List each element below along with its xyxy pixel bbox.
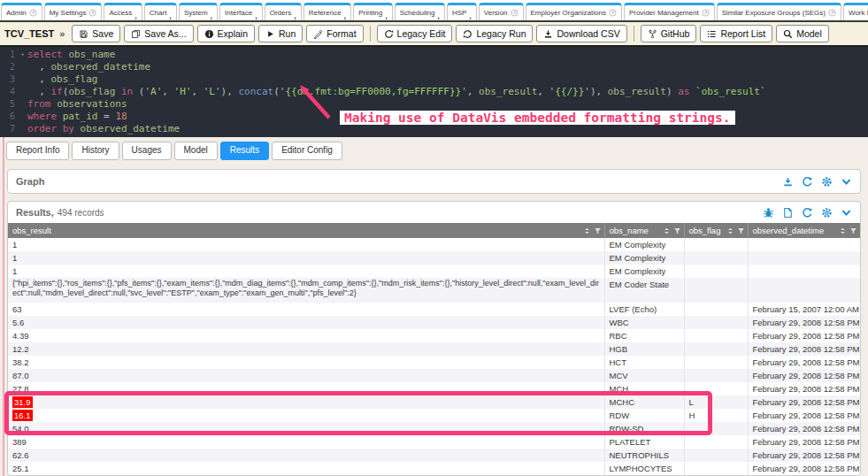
refresh-icon[interactable]: [802, 176, 813, 188]
fold-gutter: [18, 86, 27, 98]
nav-tab-label: Similar Exposure Groups (SEGs): [722, 9, 826, 17]
legacy-edit-button[interactable]: Legacy Edit: [377, 25, 453, 42]
fold-gutter: [18, 98, 27, 111]
table-row: 12.2HGBFebruary 29, 2008 12:58 PM: [8, 342, 860, 356]
results-table-header-row: obs_resultobs_nameobs_flagobserved_datet…: [8, 223, 860, 238]
tab-report-info[interactable]: Report Info: [6, 142, 69, 160]
tab-results[interactable]: Results: [220, 142, 269, 160]
gear-icon[interactable]: [821, 207, 833, 219]
bug-icon[interactable]: [763, 207, 774, 219]
nav-tab-reference[interactable]: Reference,: [303, 3, 351, 20]
sort-icon[interactable]: [839, 226, 847, 234]
column-header-observed-datetime[interactable]: observed_datetime: [748, 223, 860, 238]
fold-caret-icon[interactable]: ▾: [18, 49, 27, 61]
code-text: , if(obs_flag in ('A', 'H', 'L'), concat…: [27, 86, 766, 98]
format-button[interactable]: Format: [306, 25, 363, 42]
fold-gutter: [18, 111, 27, 123]
filter-icon[interactable]: [849, 226, 857, 234]
save-as-button[interactable]: Save As...: [124, 25, 193, 42]
tab-editor-config[interactable]: Editor Config: [272, 142, 342, 160]
cell-obs-flag: [684, 265, 748, 278]
code-text: , observed_datetime: [27, 61, 150, 73]
sort-icon[interactable]: [726, 226, 734, 234]
column-header-icons: [663, 226, 681, 234]
nav-tab-system[interactable]: System,: [179, 3, 218, 20]
chevron-down-icon[interactable]: [841, 176, 852, 188]
nav-tab-version[interactable]: Version: [479, 3, 524, 20]
refresh-icon[interactable]: [802, 207, 813, 219]
column-header-obs-flag[interactable]: obs_flag: [684, 223, 748, 238]
column-header-icons: [726, 226, 745, 234]
github-button[interactable]: GitHub: [641, 25, 697, 42]
results-panel-header[interactable]: Results, 494 records: [8, 202, 860, 223]
graph-panel-header[interactable]: Graph: [8, 170, 860, 193]
cell-obs-name: LYMPHOCYTES: [604, 462, 684, 475]
download-icon[interactable]: [782, 176, 794, 188]
lower-content: Report InfoHistoryUsagesModelResultsEdit…: [0, 137, 868, 476]
sort-icon[interactable]: [663, 226, 671, 234]
cell-obs-flag: [684, 449, 748, 462]
nav-tab-work-locations[interactable]: Work Locations: [843, 3, 868, 20]
nav-tab-provider-management[interactable]: Provider Management: [624, 3, 715, 20]
nav-tab-chart[interactable]: Chart,: [144, 3, 177, 20]
results-record-count: 494 records: [58, 208, 104, 218]
dropdown-comma-icon: ,: [385, 12, 388, 15]
nav-tab-admin[interactable]: Admin: [1, 3, 42, 20]
table-row: 62.6NEUTROPHILSFebruary 29, 2008 12:58 P…: [8, 449, 860, 462]
download-csv-button[interactable]: Download CSV: [536, 25, 626, 42]
nav-tab-employer-organizations[interactable]: Employer Organizations: [526, 3, 622, 20]
table-row: 1EM Complexity: [8, 251, 860, 265]
nav-tab-orders[interactable]: Orders,: [265, 3, 302, 20]
nav-tab-printing[interactable]: Printing,: [353, 3, 393, 20]
column-header-obs-name[interactable]: obs_name: [604, 223, 684, 238]
nav-tab-label: Employer Organizations: [531, 9, 606, 17]
explain-button[interactable]: Explain: [197, 25, 255, 42]
filter-icon[interactable]: [673, 226, 681, 234]
nav-tab-label: Work Locations: [849, 9, 868, 17]
cell-observed-datetime: [748, 251, 860, 265]
report-menu-chevron[interactable]: »: [59, 28, 65, 39]
line-number: 3: [0, 73, 18, 86]
cell-observed-datetime: February 29, 2008 12:58 PM: [748, 409, 860, 422]
line-number: 7: [0, 123, 18, 135]
tab-history[interactable]: History: [72, 142, 119, 160]
cell-obs-name: EM Complexity: [604, 265, 684, 278]
sort-icon[interactable]: [583, 226, 591, 234]
run-button[interactable]: Run: [258, 25, 303, 42]
results-panel-title: Results,: [16, 207, 54, 218]
button-label: Run: [279, 28, 296, 39]
dropdown-comma-icon: ,: [169, 12, 172, 15]
tab-model[interactable]: Model: [174, 142, 218, 160]
cell-obs-name: HGB: [604, 342, 684, 356]
cell-observed-datetime: February 29, 2008 12:58 PM: [748, 449, 860, 462]
file-icon[interactable]: [782, 207, 794, 219]
chevron-down-icon[interactable]: [841, 207, 852, 219]
filter-icon[interactable]: [737, 226, 745, 234]
nav-tab-similar-exposure-groups-segs[interactable]: Similar Exposure Groups (SEGs): [717, 3, 841, 20]
filter-icon[interactable]: [594, 226, 602, 234]
save-button[interactable]: Save: [72, 25, 120, 42]
line-number: 5: [0, 98, 18, 111]
legacy-run-button[interactable]: Legacy Run: [456, 25, 533, 42]
button-label: Save As...: [144, 28, 186, 39]
cell-obs-name: EM Complexity: [604, 238, 684, 251]
nav-tab-scheduling[interactable]: Scheduling,: [395, 3, 445, 20]
nav-tab-my-settings[interactable]: My Settings: [44, 3, 103, 20]
column-header-obs-result[interactable]: obs_result: [8, 223, 604, 238]
button-label: Model: [796, 28, 822, 39]
code-text: where pat_id = 18: [27, 111, 127, 123]
report-list-button[interactable]: Report List: [700, 25, 772, 42]
fold-gutter: [18, 123, 27, 135]
gear-icon[interactable]: [821, 176, 833, 188]
button-label: GitHub: [661, 28, 690, 39]
tab-usages[interactable]: Usages: [122, 142, 172, 160]
model-button[interactable]: Model: [776, 25, 829, 42]
sql-editor[interactable]: 1▾select obs_name2 , observed_datetime3 …: [0, 47, 868, 137]
info-icon: [204, 29, 214, 39]
nav-tab-label: Access: [109, 9, 132, 17]
nav-tab-interface[interactable]: Interface,: [219, 3, 263, 20]
left-accent-line: [3, 137, 4, 476]
cell-obs-flag: [684, 278, 748, 303]
nav-tab-hsp[interactable]: HSP,: [447, 3, 477, 20]
nav-tab-access[interactable]: Access,: [104, 3, 142, 20]
